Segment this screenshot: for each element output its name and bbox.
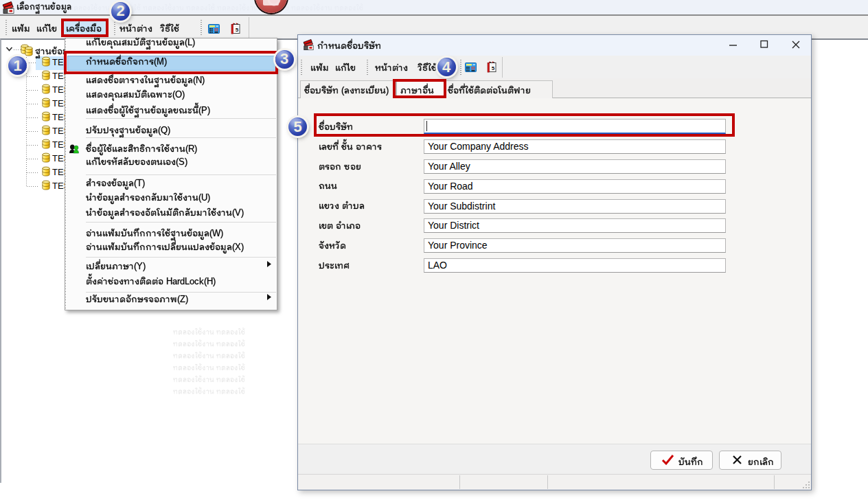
- svg-text:5: 5: [236, 27, 239, 33]
- svg-text:5: 5: [492, 65, 495, 71]
